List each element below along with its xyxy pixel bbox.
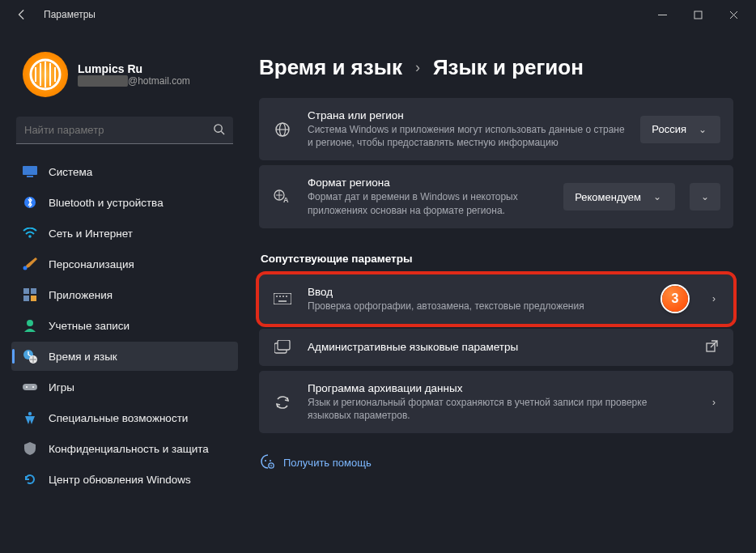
card-title: Программа архивации данных (308, 382, 693, 394)
accessibility-icon (23, 410, 37, 425)
sidebar: Lumpics Ru xxxxxxxxxx@hotmail.com Систем… (0, 29, 249, 553)
search-box[interactable] (16, 117, 233, 144)
svg-point-43 (270, 460, 271, 462)
sidebar-item-label: Сеть и Интернет (49, 228, 133, 240)
sidebar-item-label: Игры (49, 381, 74, 393)
sidebar-item-privacy[interactable]: Конфиденциальность и защита (11, 434, 238, 463)
chevron-down-icon: ⌄ (699, 191, 711, 202)
svg-rect-11 (27, 176, 33, 177)
svg-rect-16 (31, 288, 36, 294)
card-body: Страна или регион Система Windows и прил… (308, 109, 626, 149)
chevron-down-icon: ⌄ (651, 191, 664, 202)
help-icon: ? (261, 454, 275, 471)
card-body: Ввод Проверка орфографии, автозамена, те… (308, 286, 648, 313)
country-dropdown[interactable]: Россия ⌄ (640, 116, 720, 143)
sidebar-item-personalization[interactable]: Персонализация (11, 249, 238, 279)
card-subtitle: Формат дат и времени в Windows и некотор… (308, 190, 549, 216)
card-title: Страна или регион (308, 109, 626, 121)
close-button[interactable] (716, 2, 751, 27)
avatar (23, 52, 68, 97)
sidebar-item-accessibility[interactable]: Специальные возможности (11, 403, 238, 432)
titlebar: Параметры (0, 0, 756, 29)
get-help-link[interactable]: ? Получить помощь (261, 454, 733, 471)
sidebar-item-label: Конфиденциальность и защита (49, 443, 209, 455)
sidebar-item-label: Система (49, 166, 92, 178)
brush-icon (23, 257, 37, 271)
card-subtitle: Язык и региональный формат сохраняются в… (308, 396, 693, 422)
card-body: Программа архивации данных Язык и регион… (308, 382, 693, 422)
sidebar-item-network[interactable]: Сеть и Интернет (11, 219, 238, 248)
expand-button[interactable]: ⌄ (690, 183, 720, 211)
sidebar-item-update[interactable]: Центр обновления Windows (11, 465, 238, 494)
svg-text:A: A (283, 196, 289, 204)
breadcrumb-parent[interactable]: Время и язык (259, 55, 402, 80)
sidebar-item-label: Центр обновления Windows (49, 474, 191, 486)
search-icon (213, 123, 225, 138)
svg-rect-10 (23, 166, 37, 175)
profile-text: Lumpics Ru xxxxxxxxxx@hotmail.com (78, 62, 190, 87)
sidebar-item-label: Приложения (49, 289, 113, 301)
svg-point-19 (27, 320, 33, 326)
country-region-card: Страна или регион Система Windows и прил… (259, 98, 733, 160)
typing-card[interactable]: Ввод Проверка орфографии, автозамена, те… (259, 274, 733, 324)
profile-block[interactable]: Lumpics Ru xxxxxxxxxx@hotmail.com (6, 29, 243, 112)
svg-point-23 (26, 386, 28, 388)
svg-rect-15 (23, 288, 29, 294)
admin-language-card[interactable]: Административные языковые параметры (259, 329, 733, 366)
minimize-button[interactable] (644, 2, 680, 27)
format-dropdown[interactable]: Рекомендуем ⌄ (563, 183, 675, 211)
sidebar-item-bluetooth[interactable]: Bluetooth и устройства (11, 188, 238, 217)
sidebar-item-time-language[interactable]: Время и язык (11, 342, 238, 371)
wifi-icon (23, 226, 37, 240)
breadcrumb: Время и язык › Язык и регион (249, 55, 733, 80)
related-settings-header: Сопутствующие параметры (261, 253, 733, 265)
chevron-right-icon: › (415, 59, 420, 76)
gamepad-icon (23, 380, 37, 394)
svg-rect-18 (31, 296, 36, 301)
sidebar-item-apps[interactable]: Приложения (11, 280, 238, 309)
svg-point-13 (28, 235, 32, 238)
sidebar-item-label: Персонализация (49, 258, 134, 270)
svg-point-42 (265, 460, 266, 462)
sidebar-item-system[interactable]: Система (11, 157, 238, 186)
sidebar-item-gaming[interactable]: Игры (11, 372, 238, 402)
regional-format-card: A Формат региона Формат дат и времени в … (259, 165, 733, 228)
bluetooth-icon (23, 195, 37, 210)
window-stack-icon (272, 340, 293, 355)
card-title: Ввод (308, 286, 648, 298)
backup-card[interactable]: Программа архивации данных Язык и регион… (259, 371, 733, 433)
svg-line-9 (221, 131, 224, 134)
window-title: Параметры (44, 9, 96, 20)
sidebar-item-accounts[interactable]: Учетные записи (11, 311, 238, 340)
svg-rect-1 (694, 11, 702, 19)
card-subtitle: Проверка орфографии, автозамена, текстов… (308, 300, 648, 313)
svg-rect-17 (23, 296, 29, 301)
card-title: Административные языковые параметры (308, 341, 691, 353)
nav-list: Система Bluetooth и устройства Сеть и Ин… (6, 157, 243, 494)
sidebar-item-label: Специальные возможности (49, 412, 188, 424)
keyboard-icon (272, 293, 293, 304)
chevron-down-icon: ⌄ (696, 124, 709, 135)
card-title: Формат региона (308, 177, 549, 189)
person-icon (23, 318, 37, 333)
annotation-marker: 3 (662, 286, 688, 312)
maximize-button[interactable] (680, 2, 716, 27)
chevron-right-icon: › (707, 293, 720, 304)
profile-name: Lumpics Ru (78, 62, 190, 75)
window-controls (644, 2, 751, 27)
apps-icon (23, 287, 37, 302)
help-label: Получить помощь (283, 457, 372, 469)
svg-point-14 (23, 266, 28, 270)
chevron-right-icon: › (707, 397, 720, 408)
external-link-icon (706, 340, 720, 355)
globe-icon (272, 121, 293, 138)
main-content: Время и язык › Язык и регион Страна или … (249, 29, 756, 553)
back-button[interactable] (11, 4, 32, 25)
svg-text:?: ? (270, 464, 272, 469)
sidebar-item-label: Время и язык (49, 351, 117, 363)
svg-point-24 (32, 386, 34, 388)
clock-globe-icon (23, 349, 37, 364)
svg-point-8 (214, 124, 222, 131)
search-input[interactable] (24, 124, 213, 136)
dropdown-value: Рекомендуем (575, 191, 641, 203)
